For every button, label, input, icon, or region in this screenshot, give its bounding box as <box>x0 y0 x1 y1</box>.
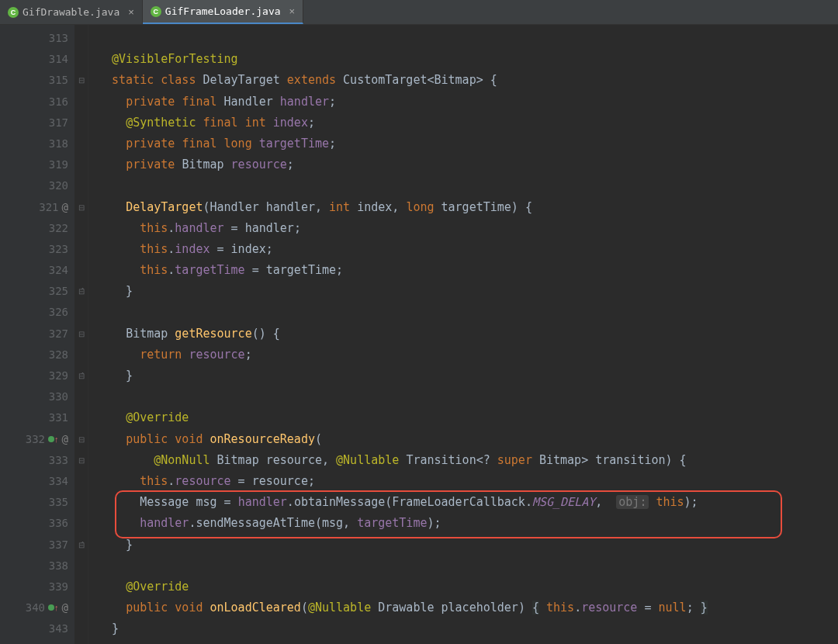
line-number[interactable]: 335 <box>0 492 74 513</box>
code-line[interactable]: @Override <box>98 576 838 597</box>
line-number[interactable]: 323 <box>0 239 74 260</box>
line-number[interactable]: 338 <box>0 556 74 576</box>
fold-handle[interactable]: ⊟ <box>74 197 88 218</box>
fold-handle[interactable] <box>74 92 88 113</box>
code-line[interactable]: private final Handler handler; <box>98 92 838 113</box>
line-number[interactable]: 316 <box>0 92 74 113</box>
line-number[interactable]: 336 <box>0 513 74 534</box>
fold-handle[interactable]: ⊟ <box>74 429 88 450</box>
override-marker[interactable]: ↑ <box>48 597 59 618</box>
line-number[interactable]: 317 <box>0 113 74 133</box>
code-line[interactable]: return resource; <box>98 345 838 365</box>
line-number[interactable]: 314 <box>0 49 74 70</box>
code-line[interactable] <box>98 302 838 323</box>
code-line[interactable]: } <box>98 281 838 302</box>
fold-handle[interactable]: ⊟ <box>74 70 88 91</box>
fold-handle[interactable] <box>74 260 88 281</box>
code-line[interactable]: } <box>98 535 838 556</box>
code-line[interactable]: } <box>98 365 838 386</box>
line-number[interactable]: 320 <box>0 175 74 196</box>
code-line[interactable]: Message msg = handler.obtainMessage(Fram… <box>98 492 838 513</box>
code-line[interactable] <box>98 556 838 576</box>
line-number[interactable]: 332↑@ <box>0 429 74 450</box>
line-number[interactable]: 337 <box>0 535 74 556</box>
code-line[interactable]: public void onResourceReady( <box>98 429 838 450</box>
fold-handle[interactable] <box>74 239 88 260</box>
fold-handle[interactable] <box>74 175 88 196</box>
fold-handle[interactable]: ⊟̂ <box>74 365 88 386</box>
code-line[interactable]: handler.sendMessageAtTime(msg, targetTim… <box>98 513 838 534</box>
fold-handle[interactable]: ⊟ <box>74 324 88 345</box>
tab-gifframeloader[interactable]: C GifFrameLoader.java × <box>143 0 303 24</box>
fold-handle[interactable] <box>74 154 88 175</box>
fold-handle[interactable]: ⊟̂ <box>74 281 88 302</box>
at-marker: @ <box>62 429 68 450</box>
line-number[interactable]: 313 <box>0 28 74 49</box>
fold-handle[interactable] <box>74 345 88 365</box>
code-line[interactable]: private final long targetTime; <box>98 133 838 154</box>
fold-handle[interactable] <box>74 302 88 323</box>
line-number[interactable]: 326 <box>0 302 74 323</box>
fold-handle[interactable] <box>74 618 88 639</box>
fold-handle[interactable] <box>74 113 88 133</box>
fold-handle[interactable]: ⊟̂ <box>74 535 88 556</box>
fold-handle[interactable] <box>74 556 88 576</box>
line-number[interactable]: 324 <box>0 260 74 281</box>
close-icon[interactable]: × <box>289 5 296 17</box>
fold-handle[interactable] <box>74 49 88 70</box>
override-marker[interactable]: ↑ <box>48 429 59 450</box>
fold-handle[interactable] <box>74 386 88 407</box>
code-line[interactable]: private Bitmap resource; <box>98 154 838 175</box>
line-number[interactable]: 327 <box>0 324 74 345</box>
tab-label: GifDrawable.java <box>23 6 119 18</box>
line-number[interactable]: 330 <box>0 386 74 407</box>
line-number[interactable]: 322 <box>0 218 74 239</box>
tab-gifdrawable[interactable]: C GifDrawable.java × <box>0 0 143 24</box>
fold-column: ⊟ ⊟ ⊟̂ ⊟ ⊟̂ ⊟ ⊟ ⊟̂ <box>74 25 88 644</box>
code-line[interactable]: DelayTarget(Handler handler, int index, … <box>98 197 838 218</box>
code-line[interactable] <box>98 386 838 407</box>
line-number[interactable]: 319 <box>0 154 74 175</box>
line-number[interactable]: 343 <box>0 618 74 639</box>
fold-handle[interactable] <box>74 492 88 513</box>
code-line[interactable]: @Synthetic final int index; <box>98 113 838 133</box>
line-number[interactable]: 333 <box>0 450 74 471</box>
code-line[interactable] <box>98 175 838 196</box>
code-line[interactable]: @Override <box>98 407 838 428</box>
code-line[interactable]: } <box>98 618 838 639</box>
code-line[interactable]: @NonNull Bitmap resource, @Nullable Tran… <box>98 450 838 471</box>
line-number[interactable]: 331 <box>0 407 74 428</box>
fold-handle[interactable] <box>74 218 88 239</box>
code-line[interactable]: @VisibleForTesting <box>98 49 838 70</box>
code-line[interactable]: this.handler = handler; <box>98 218 838 239</box>
fold-handle[interactable] <box>74 28 88 49</box>
fold-handle[interactable] <box>74 576 88 597</box>
class-icon: C <box>8 7 19 18</box>
code-line[interactable]: this.index = index; <box>98 239 838 260</box>
code-line[interactable]: public void onLoadCleared(@Nullable Draw… <box>98 597 838 618</box>
line-number[interactable]: 328 <box>0 345 74 365</box>
code-line[interactable]: this.resource = resource; <box>98 471 838 492</box>
line-number[interactable]: 318 <box>0 133 74 154</box>
code-line[interactable] <box>98 28 838 49</box>
code-line[interactable]: static class DelayTarget extends CustomT… <box>98 70 838 91</box>
fold-handle[interactable] <box>74 513 88 534</box>
line-number[interactable]: 325 <box>0 281 74 302</box>
code-line[interactable]: this.targetTime = targetTime; <box>98 260 838 281</box>
fold-handle[interactable]: ⊟ <box>74 450 88 471</box>
line-number[interactable]: 340↑@ <box>0 597 74 618</box>
fold-handle[interactable] <box>74 471 88 492</box>
close-icon[interactable]: × <box>128 6 134 18</box>
editor: 313 314 315 316 317 318 319 320 321@ 322… <box>0 25 838 644</box>
fold-handle[interactable] <box>74 407 88 428</box>
line-number[interactable]: 329 <box>0 365 74 386</box>
line-number[interactable]: 321@ <box>0 197 74 218</box>
line-number[interactable]: 334 <box>0 471 74 492</box>
line-number[interactable]: 315 <box>0 70 74 91</box>
fold-handle[interactable] <box>74 133 88 154</box>
code-area[interactable]: @VisibleForTesting static class DelayTar… <box>88 25 838 644</box>
tab-label: GifFrameLoader.java <box>165 5 281 17</box>
fold-handle[interactable] <box>74 597 88 618</box>
code-line[interactable]: Bitmap getResource() { <box>98 324 838 345</box>
line-number[interactable]: 339 <box>0 576 74 597</box>
